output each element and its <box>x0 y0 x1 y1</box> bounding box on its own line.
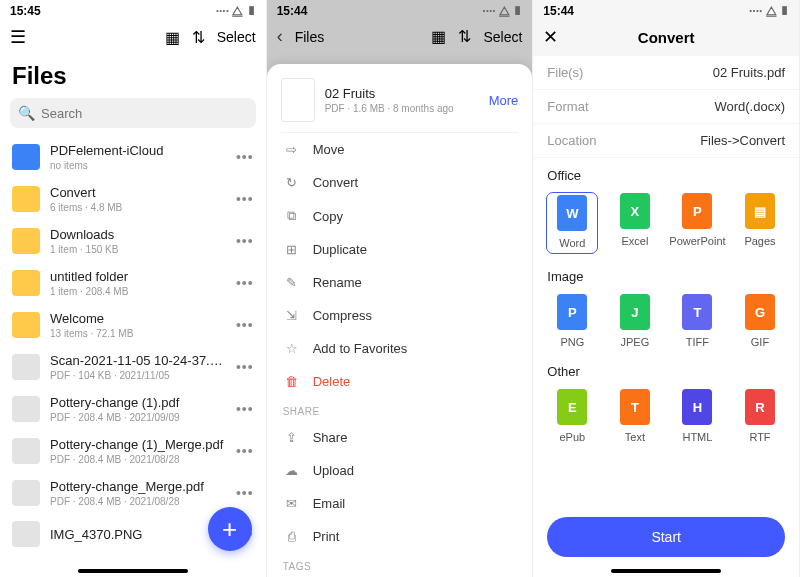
property-row: LocationFiles->Convert <box>533 124 799 158</box>
close-icon[interactable]: ✕ <box>543 26 558 48</box>
file-icon <box>12 354 40 380</box>
list-item[interactable]: untitled folder 1 item · 208.4 MB ••• <box>0 262 266 304</box>
folder-icon <box>12 144 40 170</box>
section-header: Office <box>533 158 799 189</box>
item-name: Pottery-change_Merge.pdf <box>50 479 226 494</box>
format-powerpoint[interactable]: PPowerPoint <box>672 193 722 253</box>
file-list[interactable]: PDFelement-iCloud no items ••• Convert 6… <box>0 136 266 567</box>
list-item[interactable]: Welcome 13 items · 72.1 MB ••• <box>0 304 266 346</box>
more-icon[interactable]: ••• <box>236 359 254 375</box>
more-link[interactable]: More <box>489 93 519 108</box>
list-item[interactable]: Pottery-change (1)_Merge.pdf PDF · 208.4… <box>0 430 266 472</box>
action-label: Duplicate <box>313 242 367 257</box>
format-label: Text <box>625 431 645 443</box>
more-icon[interactable]: ••• <box>236 275 254 291</box>
format-epub[interactable]: EePub <box>547 389 597 443</box>
format-html[interactable]: HHTML <box>672 389 722 443</box>
sort-icon[interactable]: ⇅ <box>458 27 471 46</box>
format-label: GIF <box>751 336 769 348</box>
rename-action[interactable]: ✎Rename <box>281 266 519 299</box>
format-icon: R <box>745 389 775 425</box>
format-label: Excel <box>621 235 648 247</box>
select-button[interactable]: Select <box>217 29 256 45</box>
delete-action[interactable]: 🗑Delete <box>281 365 519 398</box>
format-icon: E <box>557 389 587 425</box>
format-text[interactable]: TText <box>610 389 660 443</box>
email-action[interactable]: ✉Email <box>281 487 519 520</box>
property-value: Word(.docx) <box>714 99 785 114</box>
files-pane: 15:45 ···· ⧋ ▮ ☰ ▦ ⇅ Select Files 🔍 PDFe… <box>0 0 267 577</box>
file-meta: PDF · 1.6 MB · 8 months ago <box>325 103 479 114</box>
print-action[interactable]: ⎙Print <box>281 520 519 553</box>
upload-action[interactable]: ☁Upload <box>281 454 519 487</box>
list-item[interactable]: PDFelement-iCloud no items ••• <box>0 136 266 178</box>
more-icon[interactable]: ••• <box>236 149 254 165</box>
grid-view-icon[interactable]: ▦ <box>431 27 446 46</box>
move-action[interactable]: ⇨Move <box>281 133 519 166</box>
compress-action[interactable]: ⇲Compress <box>281 299 519 332</box>
property-key: Location <box>547 133 596 148</box>
format-pages[interactable]: ▤Pages <box>735 193 785 253</box>
duplicate-icon: ⊞ <box>283 242 301 257</box>
item-meta: 1 item · 208.4 MB <box>50 286 226 297</box>
copy-action[interactable]: ⧉Copy <box>281 199 519 233</box>
format-icon: T <box>620 389 650 425</box>
property-key: Format <box>547 99 588 114</box>
file-properties: File(s)02 Fruits.pdfFormatWord(.docx)Loc… <box>533 56 799 158</box>
menu-icon[interactable]: ☰ <box>10 26 26 48</box>
format-icon: P <box>682 193 712 229</box>
item-name: Downloads <box>50 227 226 242</box>
convert-icon: ↻ <box>283 175 301 190</box>
format-label: PowerPoint <box>669 235 725 247</box>
share-action[interactable]: ⇪Share <box>281 421 519 454</box>
grid-view-icon[interactable]: ▦ <box>165 28 180 47</box>
action-label: Convert <box>313 175 359 190</box>
folder-icon <box>12 228 40 254</box>
rename-icon: ✎ <box>283 275 301 290</box>
format-tiff[interactable]: TTIFF <box>672 294 722 348</box>
list-item[interactable]: Scan-2021-11-05 10-24-37.pdf PDF · 104 K… <box>0 346 266 388</box>
print-icon: ⎙ <box>283 529 301 544</box>
more-icon[interactable]: ••• <box>236 443 254 459</box>
item-name: Welcome <box>50 311 226 326</box>
item-name: Convert <box>50 185 226 200</box>
back-label[interactable]: Files <box>295 29 325 45</box>
search-input[interactable] <box>41 106 248 121</box>
duplicate-action[interactable]: ⊞Duplicate <box>281 233 519 266</box>
status-time: 15:44 <box>543 4 574 18</box>
action-label: Share <box>313 430 348 445</box>
start-button[interactable]: Start <box>547 517 785 557</box>
format-jpeg[interactable]: JJPEG <box>610 294 660 348</box>
more-icon[interactable]: ••• <box>236 191 254 207</box>
file-icon <box>12 396 40 422</box>
item-meta: 1 item · 150 KB <box>50 244 226 255</box>
actions-pane: 15:44 ···· ⧋ ▮ ‹ Files ▦ ⇅ Select 02 Fru… <box>267 0 534 577</box>
more-icon[interactable]: ••• <box>236 233 254 249</box>
format-gif[interactable]: GGIF <box>735 294 785 348</box>
add-to-favorites-action[interactable]: ☆Add to Favorites <box>281 332 519 365</box>
more-icon[interactable]: ••• <box>236 401 254 417</box>
section-header: Other <box>533 354 799 385</box>
format-word[interactable]: WWord <box>547 193 597 253</box>
status-indicators: ···· ⧋ ▮ <box>216 4 256 18</box>
back-icon[interactable]: ‹ <box>277 26 283 47</box>
format-excel[interactable]: XExcel <box>610 193 660 253</box>
list-item[interactable]: Pottery-change (1).pdf PDF · 208.4 MB · … <box>0 388 266 430</box>
compress-icon: ⇲ <box>283 308 301 323</box>
folder-icon <box>12 312 40 338</box>
format-png[interactable]: PPNG <box>547 294 597 348</box>
format-icon: G <box>745 294 775 330</box>
sort-icon[interactable]: ⇅ <box>192 28 205 47</box>
list-item[interactable]: Downloads 1 item · 150 KB ••• <box>0 220 266 262</box>
format-rtf[interactable]: RRTF <box>735 389 785 443</box>
add-button[interactable]: + <box>208 507 252 551</box>
select-button[interactable]: Select <box>483 29 522 45</box>
list-item[interactable]: Convert 6 items · 4.8 MB ••• <box>0 178 266 220</box>
format-label: TIFF <box>686 336 709 348</box>
action-label: Add to Favorites <box>313 341 408 356</box>
convert-action[interactable]: ↻Convert <box>281 166 519 199</box>
format-label: Pages <box>744 235 775 247</box>
more-icon[interactable]: ••• <box>236 317 254 333</box>
search-bar[interactable]: 🔍 <box>10 98 256 128</box>
more-icon[interactable]: ••• <box>236 485 254 501</box>
